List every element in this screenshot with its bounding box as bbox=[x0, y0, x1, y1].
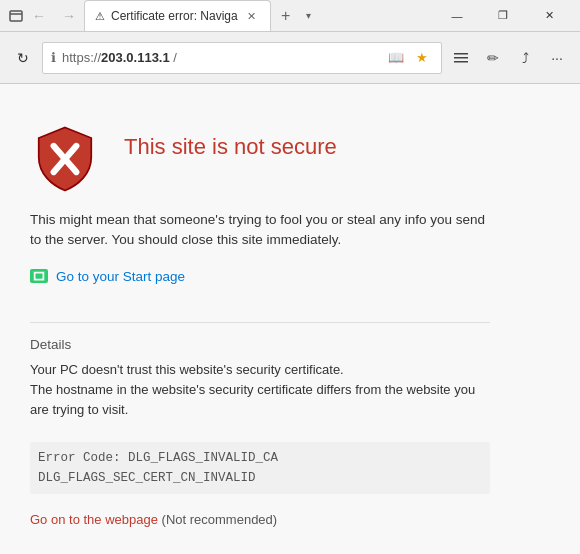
svg-rect-3 bbox=[454, 57, 468, 59]
svg-rect-0 bbox=[10, 11, 22, 21]
go-on-note-text: (Not recommended) bbox=[162, 512, 278, 527]
address-icons: 📖 ★ bbox=[385, 47, 433, 69]
back-button[interactable]: ← bbox=[24, 1, 54, 31]
tab-title: Certificate error: Naviga bbox=[111, 9, 238, 23]
new-tab-button[interactable]: + bbox=[273, 3, 299, 29]
restore-button[interactable]: ❐ bbox=[480, 0, 526, 32]
favorites-icon[interactable]: ★ bbox=[411, 47, 433, 69]
error-code: Error Code: DLG_FLAGS_INVALID_CA DLG_FLA… bbox=[30, 442, 490, 494]
details-label: Details bbox=[30, 337, 490, 352]
svg-rect-8 bbox=[36, 273, 43, 278]
error-title: This site is not secure bbox=[124, 124, 337, 160]
more-button[interactable]: ··· bbox=[542, 43, 572, 73]
error-description: This might mean that someone's trying to… bbox=[30, 210, 490, 251]
details-text-1: Your PC doesn't trust this website's sec… bbox=[30, 360, 490, 420]
start-page-link[interactable]: Go to your Start page bbox=[30, 269, 490, 284]
hub-icon[interactable] bbox=[446, 43, 476, 73]
error-container: This site is not secure This might mean … bbox=[30, 124, 490, 527]
minimize-button[interactable]: — bbox=[434, 0, 480, 32]
web-note-icon[interactable]: ✏ bbox=[478, 43, 508, 73]
address-bar: ↻ ℹ https://203.0.113.1 / 📖 ★ ✏ ⤴ ··· bbox=[0, 32, 580, 84]
active-tab[interactable]: ⚠ Certificate error: Naviga ✕ bbox=[84, 0, 271, 31]
error-header: This site is not secure bbox=[30, 124, 490, 194]
toolbar-icons: ✏ ⤴ ··· bbox=[446, 43, 572, 73]
page-content: This site is not secure This might mean … bbox=[0, 84, 580, 554]
title-bar: ← → ⚠ Certificate error: Naviga ✕ + ▾ — … bbox=[0, 0, 580, 32]
address-input-wrap[interactable]: ℹ https://203.0.113.1 / 📖 ★ bbox=[42, 42, 442, 74]
share-icon[interactable]: ⤴ bbox=[510, 43, 540, 73]
forward-button[interactable]: → bbox=[54, 1, 84, 31]
refresh-button[interactable]: ↻ bbox=[8, 43, 38, 73]
tab-strip: ← → ⚠ Certificate error: Naviga ✕ + ▾ bbox=[8, 0, 434, 31]
window-icon bbox=[8, 8, 24, 24]
tab-favicon: ⚠ bbox=[95, 10, 105, 23]
address-domain: 203.0.113.1 bbox=[101, 50, 170, 65]
svg-rect-2 bbox=[454, 53, 468, 55]
address-text: https://203.0.113.1 / bbox=[62, 50, 379, 65]
close-button[interactable]: ✕ bbox=[526, 0, 572, 32]
go-on-link[interactable]: Go on to the webpage bbox=[30, 512, 158, 527]
shield-icon bbox=[30, 124, 100, 194]
security-icon: ℹ bbox=[51, 50, 56, 65]
start-page-text[interactable]: Go to your Start page bbox=[56, 269, 185, 284]
tab-close-button[interactable]: ✕ bbox=[244, 8, 260, 24]
separator bbox=[30, 322, 490, 323]
svg-rect-4 bbox=[454, 61, 468, 63]
tab-dropdown-button[interactable]: ▾ bbox=[299, 3, 319, 29]
go-on-link-wrap: Go on to the webpage (Not recommended) bbox=[30, 512, 490, 527]
reader-view-icon[interactable]: 📖 bbox=[385, 47, 407, 69]
start-page-icon bbox=[30, 269, 48, 283]
details-section: Details Your PC doesn't trust this websi… bbox=[30, 337, 490, 430]
window-controls: — ❐ ✕ bbox=[434, 0, 572, 32]
